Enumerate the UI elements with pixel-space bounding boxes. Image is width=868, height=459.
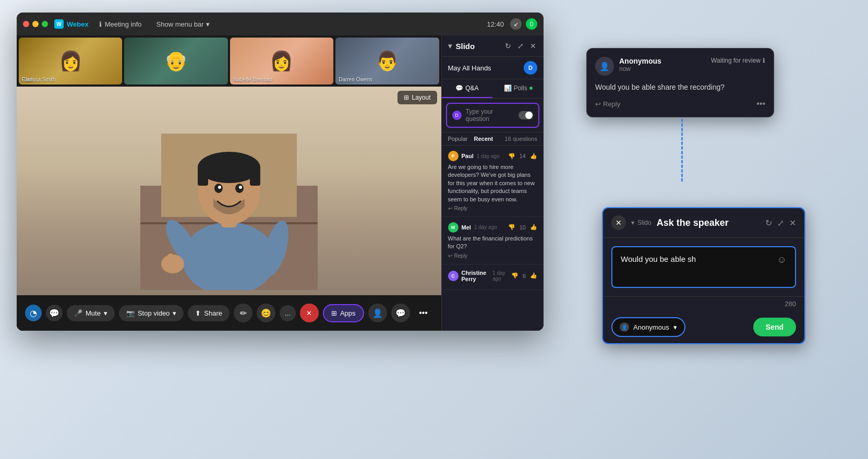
reply-button-1[interactable]: ↩ Reply [448, 206, 537, 211]
filter-row: Popular Recent 16 questions [442, 132, 544, 146]
activity-icon: ◔ [30, 308, 37, 318]
layout-button[interactable]: ⊞ Layout [397, 91, 437, 104]
slido-user-avatar: D [524, 61, 537, 75]
svg-point-12 [239, 186, 242, 189]
apps-button[interactable]: ⊞ Apps [323, 304, 364, 322]
stop-video-chevron-icon: ▾ [173, 309, 176, 317]
svg-rect-8 [250, 167, 260, 186]
thumbnails-row: 👩 Paul Clarissa Smith 👴 👩 Isabelle Brenn… [17, 35, 441, 87]
more-button[interactable]: ... [280, 305, 296, 321]
end-call-button[interactable]: ✕ [300, 304, 319, 322]
filter-tabs: Popular Recent [448, 136, 493, 142]
notification-card: 👤 Anonymous now Waiting for review ℹ Wou… [586, 48, 774, 117]
avatar-icon-green[interactable]: ↙ [510, 18, 522, 30]
ctrl-left: ◔ 💬 [25, 305, 63, 321]
activity-button[interactable]: ◔ [25, 305, 42, 321]
popup-input-box[interactable]: Would you be able sh ☺ [611, 246, 796, 288]
question-header-2: M Mel 1 day ago 👎 10 👍 [448, 222, 537, 233]
notification-text: Would you be able share the recording? [595, 82, 765, 93]
thumbnail-isabelle[interactable]: 👩 Isabelle Brennan [230, 38, 333, 84]
minimize-button[interactable] [32, 21, 39, 27]
popup-title: Ask the speaker [657, 218, 760, 228]
show-menu-button[interactable]: Show menu bar ▾ [152, 18, 214, 30]
question-author-christine: Christine Perry [462, 270, 490, 282]
whiteboard-icon: ✏ [240, 308, 247, 318]
question-item-3: C Christine Perry 1 day ago 👎 6 👍 [442, 264, 544, 290]
whiteboard-button[interactable]: ✏ [234, 304, 252, 322]
mute-button[interactable]: 🎤 Mute ▾ [67, 305, 115, 321]
slido-refresh-button[interactable]: ↻ [504, 41, 512, 51]
popup-user-icon: 👤 [620, 322, 629, 332]
slido-title-text: Slido [456, 42, 475, 51]
question-avatar-paul: P [448, 151, 459, 161]
reactions-button[interactable]: 💬 [46, 305, 63, 321]
tab-polls-label: Polls [514, 84, 527, 92]
tab-qa[interactable]: 💬 Q&A [442, 79, 493, 98]
popup-header: ✕ ▾ Slido Ask the speaker ↻ ⤢ ✕ [603, 208, 804, 238]
qa-input-box[interactable]: D Type your question [446, 103, 539, 128]
popup-refresh-button[interactable]: ↻ [765, 218, 772, 228]
share-button[interactable]: ⬆ Share [188, 305, 230, 321]
meeting-info-button[interactable]: ℹ Meeting info [95, 18, 146, 30]
ctrl-right: ⊞ Apps 👤 💬 ••• [323, 304, 433, 322]
chat-button[interactable]: 💬 [391, 304, 410, 322]
main-video: ⊞ Layout [17, 87, 441, 295]
filter-popular[interactable]: Popular [448, 136, 468, 142]
slido-external-button[interactable]: ⤢ [516, 41, 525, 51]
thumbnail-clarissa[interactable]: 👩 Paul Clarissa Smith [19, 38, 122, 84]
notification-header: 👤 Anonymous now Waiting for review ℹ [595, 57, 765, 76]
thumbnail-darren[interactable]: 👨 Darren Owens [335, 38, 439, 84]
popup-external-button[interactable]: ⤢ [777, 218, 784, 228]
avatar-icon-profile[interactable]: D [526, 18, 537, 30]
title-bar-icons: ↙ D [510, 18, 537, 30]
close-button[interactable] [23, 21, 29, 27]
popup-user-label: Anonymous [633, 323, 669, 331]
anonymous-avatar: 👤 [595, 57, 614, 76]
connector-line [681, 119, 683, 182]
question-time-2: 1 day ago [474, 224, 497, 230]
notification-reply-label: Reply [603, 100, 620, 108]
popup-emoji-button[interactable]: ☺ [777, 255, 787, 265]
qa-user-icon: D [452, 111, 462, 120]
slido-close-button[interactable]: ✕ [529, 41, 537, 51]
vote-count-2: 10 [520, 224, 526, 231]
stop-video-label: Stop video [138, 309, 170, 317]
popup-send-button[interactable]: Send [753, 318, 796, 336]
thumbs-down-icon: 👎 [508, 153, 515, 160]
popup-window-close-button[interactable]: ✕ [789, 218, 796, 228]
reply-button-2[interactable]: ↩ Reply [448, 253, 537, 259]
end-call-icon: ✕ [306, 309, 312, 317]
main-video-person [17, 87, 441, 295]
tab-polls[interactable]: 📊 Polls [492, 79, 544, 98]
maximize-button[interactable] [42, 21, 48, 27]
show-menu-label: Show menu bar [156, 20, 204, 28]
more-options-button[interactable]: ••• [414, 304, 433, 322]
anonymous-toggle[interactable] [519, 111, 533, 119]
question-text-2: What are the financial predictions for Q… [448, 235, 537, 251]
thumbs-down-icon-3: 👎 [511, 272, 519, 279]
question-votes-3: 👎 6 👍 [511, 272, 537, 279]
meeting-info-label: Meeting info [105, 20, 142, 28]
notification-reply-button[interactable]: ↩ Reply [595, 100, 620, 108]
participants-button[interactable]: 👤 [368, 304, 387, 322]
question-author-mel: Mel [462, 224, 471, 231]
slido-meeting-row: May All Hands D [442, 57, 544, 79]
popup-user-selector[interactable]: 👤 Anonymous ▾ [611, 317, 685, 337]
layout-label: Layout [412, 94, 431, 101]
stop-video-button[interactable]: 📷 Stop video ▾ [119, 305, 184, 321]
reply-arrow-icon: ↩ [595, 100, 601, 108]
notification-more-button[interactable]: ••• [756, 99, 765, 108]
polls-icon: 📊 [504, 84, 512, 92]
filter-recent[interactable]: Recent [474, 136, 493, 142]
reply-icon-2: ↩ [448, 253, 452, 259]
popup-close-button[interactable]: ✕ [611, 215, 626, 230]
thumbnail-2[interactable]: 👴 [124, 38, 227, 84]
qa-icon: 💬 [455, 84, 463, 92]
popup-input-area: Would you be able sh ☺ [603, 238, 804, 297]
mute-chevron-icon: ▾ [104, 309, 107, 317]
emoji-button[interactable]: 😊 [257, 304, 275, 322]
toggle-knob [525, 112, 533, 119]
webex-logo: W Webex [54, 19, 89, 29]
question-time-3: 1 day ago [492, 270, 508, 282]
apps-label: Apps [340, 309, 356, 317]
